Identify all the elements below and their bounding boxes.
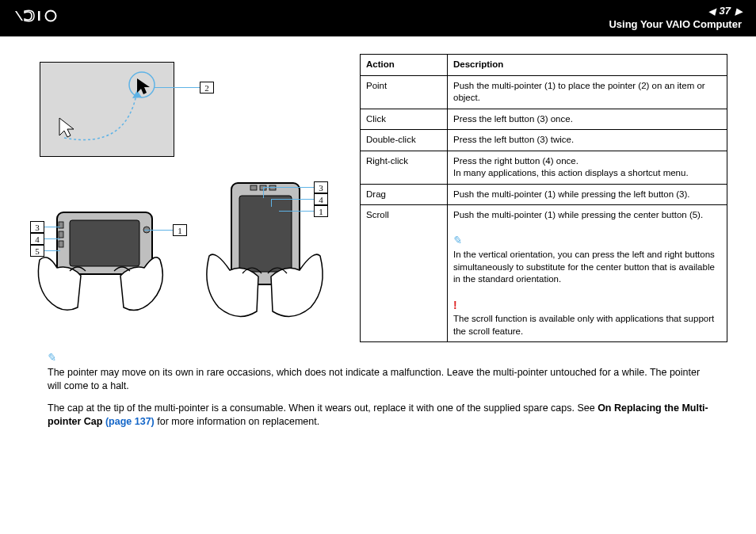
figure-column: 2: [29, 54, 338, 342]
cell-desc: Press the left button (3) once.: [448, 109, 727, 130]
note-text-2b: for more information on replacement.: [155, 416, 319, 427]
note-text-2a: The cap at the tip of the multi-pointer …: [48, 402, 598, 414]
leader-line: [263, 187, 264, 198]
cell-desc: Press the left button (3) twice.: [448, 130, 727, 151]
callout-4b: 4: [314, 193, 328, 205]
cell-desc: Push the multi-pointer (1) to place the …: [448, 75, 727, 109]
table-row: Scroll Push the multi-pointer (1) while …: [361, 205, 727, 342]
cell-desc: Push the multi-pointer (1) while pressin…: [448, 184, 727, 205]
note-paragraph: The cap at the tip of the multi-pointer …: [48, 402, 708, 429]
leader-line: [279, 211, 314, 212]
callout-2: 2: [200, 82, 214, 93]
device-horizontal: [33, 196, 168, 323]
svg-point-1: [46, 11, 56, 21]
cell-action: Right-click: [361, 151, 448, 184]
svg-rect-8: [59, 241, 63, 247]
cell-action: Drag: [361, 184, 448, 205]
leader-line: [271, 199, 314, 200]
svg-rect-12: [250, 185, 257, 190]
table-row: Point Push the multi-pointer (1) to plac…: [361, 75, 727, 109]
cell-action: Click: [361, 109, 448, 130]
th-action: Action: [361, 55, 448, 76]
nav-prev-icon[interactable]: ◀: [708, 6, 715, 17]
callout-1: 1: [173, 224, 187, 236]
section-title: Using Your VAIO Computer: [609, 18, 742, 32]
warning-icon: !: [453, 299, 457, 311]
note-text-1: The pointer may move on its own in rare …: [48, 367, 700, 392]
cell-action: Scroll: [361, 205, 448, 342]
brand-logo: [14, 7, 101, 29]
content: 2: [0, 36, 756, 342]
figure-area: 2: [29, 54, 338, 339]
table-row: Right-click Press the right button (4) o…: [361, 151, 727, 184]
callout-3b: 3: [314, 181, 328, 193]
cross-reference-page[interactable]: (page 137): [105, 416, 155, 427]
table-row: Double-click Press the left button (3) t…: [361, 130, 727, 151]
leader-line: [44, 227, 60, 227]
leader-line: [44, 250, 60, 251]
leader-line: [44, 238, 60, 239]
scroll-warn: The scroll function is available only wi…: [453, 314, 714, 336]
nav-next-icon[interactable]: ▶: [735, 6, 742, 17]
header-right: ◀ 37 ▶ Using Your VAIO Computer: [609, 5, 742, 32]
pointer-screen-demo: [40, 62, 174, 157]
cell-action: Double-click: [361, 130, 448, 151]
cell-desc: Push the multi-pointer (1) while pressin…: [448, 205, 727, 342]
svg-rect-7: [59, 231, 63, 238]
page-number: 37: [720, 5, 731, 18]
callout-5: 5: [30, 245, 44, 257]
leader-line: [144, 230, 173, 231]
leader-line: [271, 199, 272, 207]
page-nav[interactable]: ◀ 37 ▶: [609, 5, 742, 18]
scroll-note: In the vertical orientation, you can pre…: [453, 250, 715, 284]
note-icon: ✎: [46, 350, 58, 366]
table-row: Drag Push the multi-pointer (1) while pr…: [361, 184, 727, 205]
body-notes: ✎ The pointer may move on its own in rar…: [0, 342, 756, 429]
svg-rect-0: [38, 11, 40, 21]
table-row: Click Press the left button (3) once.: [361, 109, 727, 130]
th-desc: Description: [448, 55, 727, 76]
leader-line: [263, 187, 314, 188]
table-column: Action Description Point Push the multi-…: [360, 54, 727, 342]
callout-1b: 1: [314, 205, 328, 217]
svg-rect-14: [269, 185, 276, 190]
note-paragraph: ✎ The pointer may move on its own in rar…: [48, 350, 708, 394]
callout-4: 4: [30, 233, 44, 245]
table-header-row: Action Description: [361, 55, 727, 76]
svg-rect-5: [70, 220, 139, 266]
cell-action: Point: [361, 75, 448, 109]
svg-rect-11: [239, 196, 292, 272]
actions-table: Action Description Point Push the multi-…: [360, 54, 727, 342]
leader-line: [154, 87, 200, 88]
scroll-desc: Push the multi-pointer (1) while pressin…: [453, 210, 703, 219]
callout-3: 3: [30, 221, 44, 233]
note-icon: ✎: [452, 234, 464, 249]
cell-desc: Press the right button (4) once. In many…: [448, 151, 727, 184]
header: ◀ 37 ▶ Using Your VAIO Computer: [0, 0, 756, 36]
